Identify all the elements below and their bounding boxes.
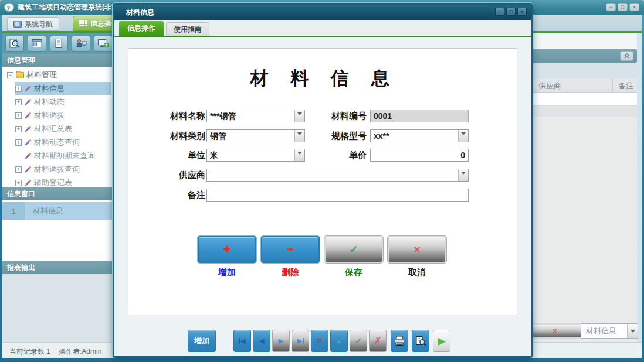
material-name-select[interactable]: ***钢管 bbox=[206, 110, 305, 122]
collapse-panel-button[interactable] bbox=[620, 51, 633, 61]
app-logo-icon: y bbox=[4, 3, 14, 12]
nav-last-button[interactable]: ▶ bbox=[292, 330, 309, 352]
nav-prev-button[interactable]: ◀ bbox=[253, 330, 270, 352]
expand-expander-icon[interactable]: + bbox=[15, 180, 22, 186]
dialog-close-button[interactable]: × bbox=[517, 8, 527, 16]
supplier-label: 供应商 bbox=[141, 169, 205, 182]
toolbar-document-button[interactable] bbox=[50, 36, 69, 52]
triangle-up-icon: ▲ bbox=[336, 337, 343, 344]
material-type-value: 钢管 bbox=[210, 130, 226, 142]
close-button[interactable]: × bbox=[629, 3, 639, 11]
tree-item-material-summary[interactable]: + 材料汇总表 bbox=[15, 122, 111, 135]
tab-label: 系统导航 bbox=[25, 19, 53, 29]
tree-root-label: 材料管理 bbox=[26, 70, 57, 80]
background-close-button[interactable]: × bbox=[526, 323, 584, 339]
run-button[interactable]: ▶ bbox=[433, 330, 450, 352]
column-header-remark[interactable]: 备注 bbox=[618, 81, 633, 91]
chevron-down-icon[interactable] bbox=[627, 324, 638, 338]
toolbar-operator-button[interactable] bbox=[72, 36, 90, 52]
toolbar-add-record-button[interactable]: 增加 bbox=[188, 330, 216, 352]
dialog-maximize-button[interactable]: □ bbox=[506, 8, 516, 16]
info-window-row[interactable]: 1 材料信息 bbox=[2, 202, 113, 220]
toolbar-cancel-button[interactable]: ✗ bbox=[369, 330, 387, 352]
material-info-dialog: 材料信息 − □ × 信息操作 使用指南 材 料 信 息 材料名称 ***钢管 … bbox=[113, 3, 533, 358]
tree-item-label: 辅助登记表 bbox=[34, 177, 72, 188]
unit-price-field[interactable] bbox=[371, 149, 468, 161]
expand-expander-icon[interactable]: + bbox=[15, 112, 22, 119]
delete-button-label: 删除 bbox=[261, 267, 320, 278]
dialog-titlebar[interactable]: 材料信息 − □ × bbox=[114, 5, 531, 20]
unit-select[interactable]: 米 bbox=[206, 149, 305, 162]
nav-first-button[interactable]: ◀ bbox=[233, 330, 251, 352]
tree-item-material-transfer-query[interactable]: + 材料调拨查询 bbox=[15, 163, 111, 176]
minimize-button[interactable]: − bbox=[606, 3, 616, 11]
tree-item-label: 材料动态查询 bbox=[34, 137, 80, 148]
remark-field[interactable] bbox=[207, 189, 468, 201]
collapse-expander-icon[interactable]: − bbox=[7, 72, 13, 78]
material-type-select[interactable]: 钢管 bbox=[206, 129, 305, 142]
material-node-icon bbox=[24, 85, 32, 93]
save-button-label: 保存 bbox=[324, 267, 383, 278]
expand-expander-icon[interactable]: + bbox=[15, 86, 22, 92]
material-type-label: 材料类别 bbox=[141, 129, 205, 142]
toolbar-form-button[interactable] bbox=[28, 36, 46, 52]
dialog-tab-user-guide[interactable]: 使用指南 bbox=[166, 22, 209, 36]
main-toolbar bbox=[2, 33, 113, 54]
x-icon: × bbox=[553, 324, 558, 338]
app-root: y 建筑工地项目动态管理系统(非注 − □ × 系统导航 bbox=[0, 0, 644, 362]
print-button[interactable] bbox=[391, 330, 408, 352]
toolbar-edit-record-button[interactable]: ▲ bbox=[330, 330, 348, 352]
toolbar-monitor-button[interactable] bbox=[94, 36, 113, 52]
toolbar-delete-record-button[interactable]: = bbox=[311, 330, 328, 352]
arrow-left-icon: ◀ bbox=[240, 337, 245, 345]
grid-icon bbox=[79, 20, 87, 27]
expand-expander-icon[interactable]: + bbox=[15, 99, 22, 105]
tree-item-material-info[interactable]: + 材料信息 bbox=[15, 82, 111, 95]
cancel-button[interactable]: × bbox=[388, 236, 446, 263]
nav-next-button[interactable]: ▶ bbox=[272, 330, 290, 352]
chevron-down-icon[interactable] bbox=[458, 130, 468, 142]
spec-model-select[interactable]: xx** bbox=[370, 129, 469, 142]
x-icon: ✗ bbox=[374, 336, 382, 346]
toolbar-confirm-button[interactable]: ✓ bbox=[350, 330, 367, 352]
add-button[interactable]: + bbox=[198, 236, 256, 263]
tree-item-material-transfer[interactable]: + 材料调拨 bbox=[15, 109, 111, 122]
expand-expander-icon[interactable]: + bbox=[15, 139, 22, 146]
maximize-button[interactable]: □ bbox=[618, 3, 628, 11]
folder-icon bbox=[16, 72, 24, 78]
expand-expander-icon[interactable]: + bbox=[15, 166, 22, 173]
minus-icon: − bbox=[287, 242, 294, 257]
tree-item-label: 材料动态 bbox=[34, 97, 65, 107]
tree-item-material-dynamic-query[interactable]: + 材料动态查询 bbox=[15, 136, 111, 149]
material-code-label: 材料编号 bbox=[308, 110, 367, 122]
tree-item-label: 材料调拨 bbox=[34, 110, 65, 121]
play-icon: ▶ bbox=[438, 335, 445, 347]
chevron-down-icon[interactable] bbox=[294, 110, 304, 122]
chevrons-up-icon bbox=[623, 53, 630, 59]
save-button[interactable]: ✓ bbox=[324, 236, 383, 263]
dialog-tab-info-operation[interactable]: 信息操作 bbox=[119, 21, 164, 36]
toolbar-search-button[interactable] bbox=[5, 36, 24, 52]
expand-expander-icon[interactable]: + bbox=[15, 126, 22, 132]
plus-icon: + bbox=[223, 242, 231, 257]
x-icon: × bbox=[413, 243, 421, 257]
delete-button[interactable]: − bbox=[261, 236, 320, 263]
dialog-minimize-button[interactable]: − bbox=[495, 8, 504, 16]
info-window-dropdown[interactable]: 材料信息 bbox=[581, 323, 638, 339]
chevron-down-icon[interactable] bbox=[458, 169, 468, 181]
unit-value: 米 bbox=[210, 149, 218, 161]
material-tree: − 材料管理 + 材料信息 + 材料动态 + 材料调拨 bbox=[2, 67, 113, 187]
info-window-list: 1 材料信息 bbox=[2, 200, 113, 261]
chevron-down-icon[interactable] bbox=[294, 149, 304, 161]
chevron-down-icon[interactable] bbox=[294, 130, 304, 142]
tree-root-material-management[interactable]: − 材料管理 bbox=[7, 69, 57, 81]
column-header-supplier[interactable]: 供应商 bbox=[538, 81, 561, 91]
print-preview-button[interactable] bbox=[412, 330, 429, 352]
form-heading: 材 料 信 息 bbox=[128, 66, 517, 91]
tree-item-material-dynamic[interactable]: + 材料动态 bbox=[15, 95, 111, 108]
material-node-icon bbox=[24, 139, 32, 146]
tree-item-material-period-query[interactable]: 材料期初期末查询 bbox=[15, 149, 111, 162]
tab-system-nav[interactable]: 系统导航 bbox=[7, 17, 59, 31]
document-icon bbox=[53, 39, 65, 48]
supplier-select[interactable] bbox=[206, 169, 469, 182]
